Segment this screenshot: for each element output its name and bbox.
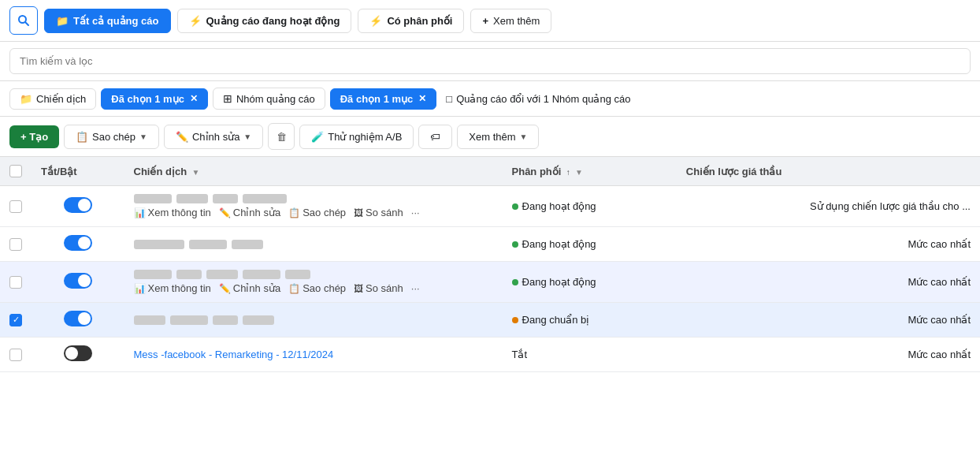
tag-button[interactable]: 🏷 — [418, 125, 452, 149]
copy-action[interactable]: 📋 Sao chép — [288, 207, 346, 218]
search-input[interactable] — [9, 48, 971, 74]
filter-row: 📁 Chiến dịch Đã chọn 1 mục ✕ ⊞ Nhóm quản… — [0, 81, 980, 117]
close-campaign-filter[interactable]: ✕ — [190, 93, 198, 104]
filter-adgroup[interactable]: ⊞ Nhóm quảng cáo — [213, 88, 325, 110]
campaign-col-filter[interactable]: ▼ — [191, 168, 199, 177]
copy-action-icon: 📋 — [288, 283, 300, 294]
filter-campaign-chip[interactable]: Đã chọn 1 mục ✕ — [101, 88, 208, 110]
trash-icon: 🗑 — [277, 131, 287, 143]
copy-button[interactable]: 📋 Sao chép ▼ — [64, 125, 159, 149]
col-checkbox — [0, 157, 32, 186]
strategy-cell: Mức cao nhất — [677, 227, 980, 262]
table-row: █████████████████████████📊 Xem thông tin… — [0, 262, 980, 303]
view-info-action[interactable]: 📊 Xem thông tin — [134, 282, 211, 294]
search-icon-btn[interactable] — [9, 6, 38, 35]
edit-action-icon: ✏️ — [219, 283, 231, 294]
row-more-action[interactable]: ··· — [411, 282, 420, 294]
more-arrow: ▼ — [520, 132, 528, 141]
status-dot — [512, 279, 518, 285]
copy-arrow: ▼ — [139, 132, 147, 141]
strategy-cell: Sử dụng chiến lược giá thầu cho ... — [677, 186, 980, 227]
flash-icon: ⚡ — [189, 15, 202, 27]
status-text: Đang hoạt động — [522, 238, 596, 250]
compare-action[interactable]: 🖼 So sánh — [354, 282, 403, 294]
create-button[interactable]: + Tạo — [9, 125, 59, 148]
status-text: Đang chuẩn bị — [522, 314, 590, 326]
copy-action[interactable]: 📋 Sao chép — [288, 282, 346, 294]
campaigns-table: Tắt/Bật Chiến dịch ▼ Phân phối ↑ ▼ Chiến… — [0, 157, 980, 372]
tab-distributed[interactable]: ⚡ Có phân phối — [358, 9, 464, 33]
compare-action[interactable]: 🖼 So sánh — [354, 207, 403, 218]
campaign-cell: ███████████████████ — [124, 227, 503, 262]
status-text: Tắt — [512, 349, 528, 360]
folder-icon-filter: 📁 — [20, 93, 32, 105]
distribution-col-filter[interactable]: ▼ — [575, 168, 583, 177]
distribution-cell: Đang hoạt động — [503, 262, 677, 303]
col-distribution: Phân phối ↑ ▼ — [503, 157, 677, 186]
tab-more[interactable]: + Xem thêm — [470, 9, 551, 33]
tab-all-ads[interactable]: 📁 Tất cả quảng cáo — [44, 9, 171, 33]
toolbar: + Tạo 📋 Sao chép ▼ ✏️ Chỉnh sửa ▼ 🗑 🧪 Th… — [0, 117, 980, 157]
edit-action[interactable]: ✏️ Chỉnh sửa — [219, 282, 280, 294]
toggle-switch[interactable] — [64, 345, 92, 361]
view-info-action[interactable]: 📊 Xem thông tin — [134, 207, 211, 218]
campaign-cell: ████████████████████ — [124, 303, 503, 338]
flash-icon-2: ⚡ — [369, 15, 382, 27]
square-icon-filter: □ — [446, 93, 452, 105]
table-header-row: Tắt/Bật Chiến dịch ▼ Phân phối ↑ ▼ Chiến… — [0, 157, 980, 186]
row-checkbox[interactable] — [9, 276, 22, 289]
strategy-cell: Mức cao nhất — [677, 303, 980, 338]
flask-icon: 🧪 — [311, 131, 324, 143]
table-wrapper: Tắt/Bật Chiến dịch ▼ Phân phối ↑ ▼ Chiến… — [0, 157, 980, 372]
row-checkbox[interactable] — [9, 349, 22, 361]
status-text: Đang hoạt động — [522, 200, 596, 212]
tab-active-ads[interactable]: ⚡ Quảng cáo đang hoạt động — [177, 9, 352, 33]
table-container: Tắt/Bật Chiến dịch ▼ Phân phối ↑ ▼ Chiến… — [0, 157, 980, 372]
ab-test-button[interactable]: 🧪 Thử nghiệm A/B — [299, 125, 414, 149]
row-checkbox[interactable]: ✓ — [9, 314, 22, 326]
compare-action-icon: 🖼 — [354, 207, 363, 218]
edit-action[interactable]: ✏️ Chỉnh sửa — [219, 207, 280, 218]
distribution-cell: Tắt — [503, 338, 677, 372]
view-info-action-icon: 📊 — [134, 207, 146, 218]
close-adgroup-filter[interactable]: ✕ — [418, 93, 426, 104]
table-row: ███████████████████Đang hoạt độngMức cao… — [0, 227, 980, 262]
toggle-switch[interactable] — [64, 197, 92, 213]
toggle-switch[interactable] — [64, 273, 92, 289]
col-campaign: Chiến dịch ▼ — [124, 157, 503, 186]
edit-arrow: ▼ — [243, 132, 251, 141]
row-actions: 📊 Xem thông tin✏️ Chỉnh sửa📋 Sao chép🖼 S… — [134, 207, 493, 218]
compare-action-icon: 🖼 — [354, 283, 363, 294]
distribution-cell: Đang hoạt động — [503, 186, 677, 227]
filter-adgroup-chip[interactable]: Đã chọn 1 mục ✕ — [330, 88, 437, 110]
table-row: ██████████████████████📊 Xem thông tin✏️ … — [0, 186, 980, 227]
status-text: Đang hoạt động — [522, 276, 596, 288]
top-nav: 📁 Tất cả quảng cáo ⚡ Quảng cáo đang hoạt… — [0, 0, 980, 42]
sort-up-icon: ↑ — [566, 168, 570, 177]
col-strategy: Chiến lược giá thầu — [677, 157, 980, 186]
status-dot — [512, 241, 518, 248]
table-body: ██████████████████████📊 Xem thông tin✏️ … — [0, 186, 980, 372]
pencil-icon-toolbar: ✏️ — [176, 131, 188, 143]
grid-icon-filter: ⊞ — [223, 92, 232, 105]
row-actions: 📊 Xem thông tin✏️ Chỉnh sửa📋 Sao chép🖼 S… — [134, 282, 493, 294]
campaign-link[interactable]: Mess -facebook - Remarketing - 12/11/202… — [134, 349, 334, 360]
col-toggle: Tắt/Bật — [32, 157, 124, 186]
copy-icon-toolbar: 📋 — [76, 131, 88, 143]
view-info-action-icon: 📊 — [134, 283, 146, 294]
row-checkbox[interactable] — [9, 238, 22, 251]
filter-campaign[interactable]: 📁 Chiến dịch — [9, 88, 96, 110]
toggle-switch[interactable] — [64, 311, 92, 326]
folder-icon: 📁 — [56, 15, 69, 27]
copy-action-icon: 📋 — [288, 207, 300, 218]
more-button[interactable]: Xem thêm ▼ — [457, 125, 539, 149]
row-more-action[interactable]: ··· — [411, 207, 420, 218]
edit-button[interactable]: ✏️ Chỉnh sửa ▼ — [164, 125, 263, 149]
status-dot — [512, 317, 518, 323]
header-checkbox[interactable] — [9, 165, 22, 177]
row-checkbox[interactable] — [9, 200, 22, 213]
table-row: Mess -facebook - Remarketing - 12/11/202… — [0, 338, 980, 372]
table-row: ✓████████████████████Đang chuẩn bịMức ca… — [0, 303, 980, 338]
toggle-switch[interactable] — [64, 235, 92, 251]
delete-button[interactable]: 🗑 — [268, 123, 295, 150]
